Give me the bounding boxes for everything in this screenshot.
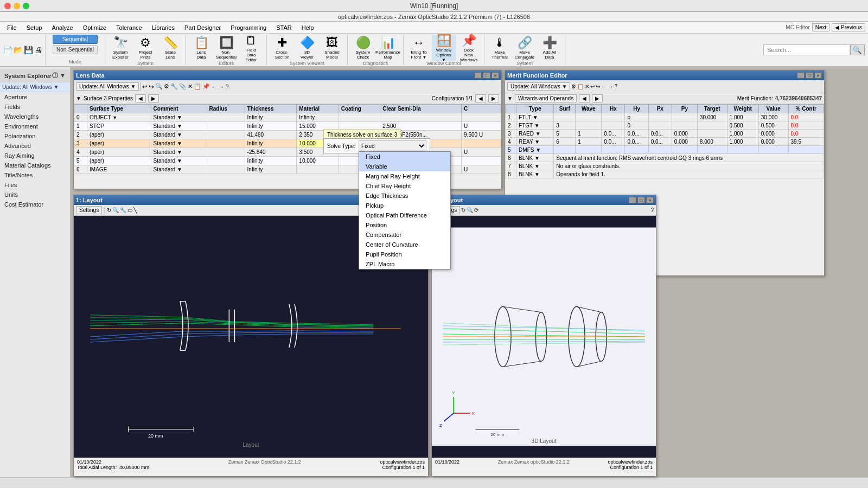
layout3d-restore-btn[interactable]: □ — [637, 197, 645, 203]
layout-settings-btn[interactable]: Settings — [76, 206, 102, 214]
menu-programming[interactable]: Programming — [226, 23, 271, 32]
copy-icon[interactable]: 📋 — [194, 83, 201, 90]
make-conjugate-btn[interactable]: 🔗MakeConjugate — [513, 35, 537, 61]
merit-row[interactable]: 2FTGT ▼300.5000.5000.0 — [506, 121, 824, 130]
solve-dropdown[interactable]: Fixed Variable Marginal Ray Height Chief… — [359, 151, 451, 180]
window-controls[interactable] — [4, 3, 29, 9]
lens-close-btn[interactable]: × — [492, 72, 499, 79]
merit-row[interactable]: 3RAED ▼510.0...0.0...0.0...0.0001.0000.0… — [506, 130, 824, 138]
menu-star[interactable]: STAR — [272, 23, 296, 32]
new-file-icon[interactable]: 📄 — [3, 46, 12, 54]
layout3d-help-icon[interactable]: ? — [650, 207, 654, 213]
table-row[interactable]: 2 (aper) Standard ▼ 41.480 2.350 N-BK7 E… — [74, 131, 501, 139]
next-button[interactable]: Next — [812, 23, 830, 31]
merit-row[interactable]: 6BLNK ▼Sequential merit function: RMS wa… — [506, 154, 824, 162]
config-next-btn[interactable]: ▶ — [488, 94, 499, 102]
save-file-icon[interactable]: 💾 — [24, 46, 33, 54]
merit-update-btn[interactable]: Update: All Windows ▼ — [507, 82, 570, 91]
menu-file[interactable]: File — [3, 23, 21, 32]
lens-minimize-btn[interactable]: _ — [474, 72, 482, 79]
minimize-button[interactable] — [14, 3, 20, 9]
merit-row[interactable]: 4REAY ▼610.0...0.0...0.0...0.0008.0001.0… — [506, 138, 824, 146]
merit-row[interactable]: 8BLNK ▼Operands for field 1. — [506, 170, 824, 178]
sidebar-item-fields[interactable]: Fields — [0, 102, 70, 112]
merit-row[interactable]: 7BLNK ▼No air or glass constraints. — [506, 162, 824, 170]
layout-zoom-icon[interactable]: 🔍 — [112, 207, 119, 213]
layout-refresh-icon[interactable]: ↻ — [107, 207, 111, 213]
make-thermal-btn[interactable]: 🌡MakeThermal — [488, 35, 512, 61]
close-button[interactable] — [4, 3, 11, 9]
merit-close-btn[interactable]: × — [814, 72, 822, 79]
search-button[interactable]: 🔍 — [850, 44, 865, 55]
merit-title-bar[interactable]: Merit Function Editor _ □ × — [505, 70, 824, 80]
merit-delete-icon[interactable]: ✕ — [585, 84, 589, 89]
dropdown-marginal[interactable]: Marginal Ray Height — [359, 171, 450, 180]
merit-arrow-left-icon[interactable]: ← — [601, 84, 607, 89]
layout3d-zoom-icon[interactable]: 🔍 — [467, 207, 473, 213]
maximize-button[interactable] — [23, 3, 29, 9]
window-options-btn[interactable]: 🪟WindowOptions ▼ — [432, 35, 456, 61]
collapse-icon[interactable]: ▼ — [76, 95, 81, 101]
menu-libraries[interactable]: Libraries — [148, 23, 179, 32]
bring-to-front-btn[interactable]: ↔Bring ToFront ▼ — [407, 35, 431, 61]
layout-tools-icon[interactable]: 🔧 — [120, 207, 126, 213]
nonsequential-mode-button[interactable]: Non-Sequential — [53, 45, 98, 54]
non-seq-btn[interactable]: 🔲Non-Sequential — [214, 35, 238, 61]
layout3d-refresh-icon[interactable]: ↻ — [461, 207, 465, 213]
layout-line-icon[interactable]: ╲ — [133, 207, 137, 213]
layout3d-title-bar[interactable]: 3D Layout _ □ × — [432, 195, 656, 205]
layout3d-minimize-btn[interactable]: _ — [629, 197, 636, 203]
undo-icon[interactable]: ↩ — [142, 83, 148, 91]
table-row[interactable]: 1 STOP Standard ▼ Infinity 15.000 2.500 … — [74, 122, 501, 131]
menu-setup[interactable]: Setup — [22, 23, 47, 32]
open-file-icon[interactable]: 📂 — [14, 46, 23, 54]
table-row[interactable]: 0 OBJECT ▼ Standard ▼ Infinity Infinity — [74, 113, 501, 122]
settings-icon[interactable]: ⚙ — [164, 83, 169, 90]
sequential-mode-button[interactable]: Sequential — [53, 35, 98, 44]
config-prev-btn[interactable]: ◀ — [475, 94, 486, 102]
paste-icon[interactable]: 📌 — [202, 83, 210, 90]
merit-settings-icon[interactable]: ⚙ — [571, 84, 576, 89]
merit-row[interactable]: 5DMFS ▼ — [506, 146, 824, 154]
help-icon[interactable]: ? — [225, 84, 228, 90]
shaded-model-btn[interactable]: 🖼ShadedModel — [320, 35, 344, 61]
sidebar-title[interactable]: System Explorer ⓘ ▼ — [0, 69, 70, 82]
merit-arrow-right-icon[interactable]: → — [608, 84, 613, 89]
sidebar-item-ray-aiming[interactable]: Ray Aiming — [0, 151, 70, 160]
system-explorer-btn[interactable]: 🔭SystemExplorer — [108, 35, 132, 61]
dropdown-variable[interactable]: Variable — [359, 162, 450, 171]
arrow-left-icon[interactable]: ← — [211, 84, 217, 90]
menu-optimize[interactable]: Optimize — [79, 23, 111, 32]
merit-help-icon[interactable]: ? — [614, 84, 617, 89]
sidebar-item-environment[interactable]: Environment — [0, 121, 70, 131]
sidebar-item-wavelengths[interactable]: Wavelengths — [0, 112, 70, 121]
merit-nav-next[interactable]: ▶ — [592, 94, 603, 102]
menu-help[interactable]: Help — [297, 23, 318, 32]
dropdown-fixed[interactable]: Fixed — [359, 152, 450, 162]
previous-button[interactable]: ◀ Previous — [832, 23, 865, 31]
merit-row[interactable]: 1FTLT ▼p30.0001.00030.0000.0 — [506, 113, 824, 121]
sidebar-item-advanced[interactable]: Advanced — [0, 141, 70, 151]
lens-update-btn[interactable]: Update: All Windows ▼ — [76, 82, 139, 91]
delete-icon[interactable]: ✕ — [188, 83, 193, 90]
layout-rect-icon[interactable]: ▭ — [127, 207, 132, 213]
dock-new-windows-btn[interactable]: 📌Dock NewWindows — [457, 35, 481, 61]
menu-partdesigner[interactable]: Part Designer — [180, 23, 225, 32]
system-check-btn[interactable]: 🟢SystemCheck — [351, 35, 375, 61]
layout3d-rotate-icon[interactable]: ⟳ — [474, 207, 478, 213]
layout3d-close-btn[interactable]: × — [646, 197, 654, 203]
sidebar-item-material-catalogs[interactable]: Material Catalogs — [0, 160, 70, 170]
cross-section-btn[interactable]: ✚Cross-Section — [270, 35, 294, 61]
sidebar-item-polarization[interactable]: Polarization — [0, 131, 70, 141]
redo-icon[interactable]: ↪ — [149, 83, 154, 91]
surface-prev-btn[interactable]: ◀ — [135, 94, 146, 102]
table-row-selected[interactable]: 3 (aper) Standard ▼ Infinity 10.000 EO_M… — [74, 139, 501, 148]
merit-nav-prev[interactable]: ◀ — [579, 94, 590, 102]
arrow-right-icon[interactable]: → — [218, 84, 224, 90]
merit-minimize-btn[interactable]: _ — [797, 72, 805, 79]
3d-viewer-btn[interactable]: 🔷3DViewer — [295, 35, 319, 61]
sidebar-item-files[interactable]: Files — [0, 180, 70, 190]
sidebar-item-units[interactable]: Units — [0, 190, 70, 200]
lens-restore-btn[interactable]: □ — [483, 72, 490, 79]
menu-analyze[interactable]: Analyze — [47, 23, 77, 32]
